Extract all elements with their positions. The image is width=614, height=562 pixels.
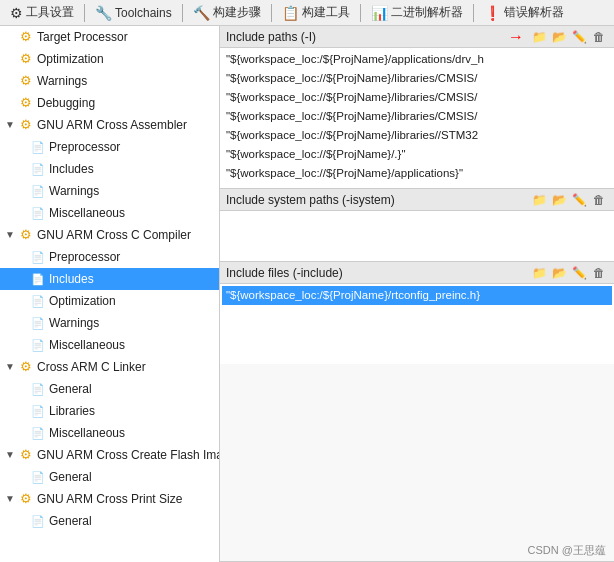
sep-2 — [182, 4, 183, 22]
error-parser-icon: ❗ — [484, 5, 501, 21]
add-sys-workspace-button[interactable]: 📂 — [550, 191, 568, 209]
gear-icon: ⚙ — [18, 95, 34, 111]
include-system-icons: 📁 📂 ✏️ 🗑 — [530, 191, 608, 209]
tree-label: Miscellaneous — [49, 204, 125, 222]
toolbar-toolchains-label: Toolchains — [115, 6, 172, 20]
tree-item-flash[interactable]: ▼ ⚙ GNU ARM Cross Create Flash Image — [0, 444, 219, 466]
toolbar-build-tools[interactable]: 📋 构建工具 — [276, 2, 356, 23]
tree-label: Libraries — [49, 402, 95, 420]
tree-item-asm-warnings[interactable]: 📄 Warnings — [0, 180, 219, 202]
tree-item-asm-preprocessor[interactable]: 📄 Preprocessor — [0, 136, 219, 158]
tree-item-c-misc[interactable]: 📄 Miscellaneous — [0, 334, 219, 356]
toolbar-tools[interactable]: ⚙ 工具设置 — [4, 2, 80, 23]
binary-parser-icon: 📊 — [371, 5, 388, 21]
expand-spacer — [16, 383, 28, 395]
toolbar-binary-parser[interactable]: 📊 二进制解析器 — [365, 2, 469, 23]
edit-sys-button[interactable]: ✏️ — [570, 191, 588, 209]
toolbar: ⚙ 工具设置 🔧 Toolchains 🔨 构建步骤 📋 构建工具 📊 二进制解… — [0, 0, 614, 26]
tree-item-asm-includes[interactable]: 📄 Includes — [0, 158, 219, 180]
collapse-icon: ▼ — [4, 361, 16, 373]
path-item-0[interactable]: "${workspace_loc:/${ProjName}/applicatio… — [222, 50, 612, 69]
delete-sys-button[interactable]: 🗑 — [590, 191, 608, 209]
add-sys-button[interactable]: 📁 — [530, 191, 548, 209]
sub-icon: 📄 — [30, 403, 46, 419]
path-item-2[interactable]: "${workspace_loc://${ProjName}/libraries… — [222, 88, 612, 107]
toolbar-build-steps[interactable]: 🔨 构建步骤 — [187, 2, 267, 23]
sub-icon: 📄 — [30, 271, 46, 287]
tree-item-gnu-asm[interactable]: ▼ ⚙ GNU ARM Cross Assembler — [0, 114, 219, 136]
tools-icon: ⚙ — [10, 5, 23, 21]
tree-item-linker-libraries[interactable]: 📄 Libraries — [0, 400, 219, 422]
tree-label: Cross ARM C Linker — [37, 358, 146, 376]
expand-spacer — [16, 295, 28, 307]
sub-icon: 📄 — [30, 205, 46, 221]
add-workspace-button[interactable]: 📂 — [550, 28, 568, 46]
toolbar-toolchains[interactable]: 🔧 Toolchains — [89, 3, 178, 23]
tree-label: Optimization — [49, 292, 116, 310]
path-item-3[interactable]: "${workspace_loc://${ProjName}/libraries… — [222, 107, 612, 126]
tree-item-flash-general[interactable]: 📄 General — [0, 466, 219, 488]
tree-item-asm-misc[interactable]: 📄 Miscellaneous — [0, 202, 219, 224]
include-files-section: Include files (-include) 📁 📂 ✏️ 🗑 "${wor… — [220, 262, 614, 562]
expand-spacer — [16, 163, 28, 175]
sub-icon: 📄 — [30, 513, 46, 529]
tree-label: GNU ARM Cross C Compiler — [37, 226, 191, 244]
tree-label: Preprocessor — [49, 248, 120, 266]
sub-icon: 📄 — [30, 425, 46, 441]
sub-icon: 📄 — [30, 315, 46, 331]
tree-item-target-processor[interactable]: ⚙ Target Processor — [0, 26, 219, 48]
right-panel: Include paths (-I) → 📁 📂 ✏️ 🗑 "${workspa… — [220, 26, 614, 562]
expand-spacer — [16, 251, 28, 263]
delete-file-button[interactable]: 🗑 — [590, 264, 608, 282]
path-item-7[interactable]: "${workspace_loc://${ProjName}//}" — [222, 183, 612, 188]
path-item-1[interactable]: "${workspace_loc://${ProjName}/libraries… — [222, 69, 612, 88]
include-files-icons: 📁 📂 ✏️ 🗑 — [530, 264, 608, 282]
add-path-button[interactable]: 📁 — [530, 28, 548, 46]
tree-item-print-general[interactable]: 📄 General — [0, 510, 219, 532]
edit-file-button[interactable]: ✏️ — [570, 264, 588, 282]
delete-path-button[interactable]: 🗑 — [590, 28, 608, 46]
tree-item-c-optimization[interactable]: 📄 Optimization — [0, 290, 219, 312]
sep-3 — [271, 4, 272, 22]
tree-item-c-includes[interactable]: 📄 Includes — [0, 268, 219, 290]
build-steps-icon: 🔨 — [193, 5, 210, 21]
collapse-icon: ▼ — [4, 119, 16, 131]
include-files-content: "${workspace_loc:/${ProjName}/rtconfig_p… — [220, 284, 614, 364]
tree-item-warnings[interactable]: ⚙ Warnings — [0, 70, 219, 92]
main-container: ⚙ Target Processor ⚙ Optimization ⚙ Warn… — [0, 26, 614, 562]
tree-item-gnu-c[interactable]: ▼ ⚙ GNU ARM Cross C Compiler — [0, 224, 219, 246]
toolbar-error-parser[interactable]: ❗ 错误解析器 — [478, 2, 570, 23]
sep-5 — [473, 4, 474, 22]
path-item-6[interactable]: "${workspace_loc://${ProjName}/applicati… — [222, 164, 612, 183]
path-item-4[interactable]: "${workspace_loc://${ProjName}/libraries… — [222, 126, 612, 145]
tree-label: General — [49, 512, 92, 530]
edit-path-button[interactable]: ✏️ — [570, 28, 588, 46]
path-item-5[interactable]: "${workspace_loc://${ProjName}/.}" — [222, 145, 612, 164]
expand-spacer — [16, 273, 28, 285]
expand-spacer — [16, 471, 28, 483]
sub-icon: 📄 — [30, 183, 46, 199]
tree-label: Warnings — [37, 72, 87, 90]
expand-spacer — [4, 31, 16, 43]
tree-item-linker[interactable]: ▼ ⚙ Cross ARM C Linker — [0, 356, 219, 378]
tree-item-print-size[interactable]: ▼ ⚙ GNU ARM Cross Print Size — [0, 488, 219, 510]
toolbar-error-parser-label: 错误解析器 — [504, 4, 564, 21]
tree-label: General — [49, 380, 92, 398]
tree-item-linker-general[interactable]: 📄 General — [0, 378, 219, 400]
file-item-0[interactable]: "${workspace_loc:/${ProjName}/rtconfig_p… — [222, 286, 612, 305]
red-arrow-icon: → — [508, 28, 524, 46]
gear-icon: ⚙ — [18, 117, 34, 133]
include-system-content — [220, 211, 614, 261]
tree-item-c-warnings[interactable]: 📄 Warnings — [0, 312, 219, 334]
tree-item-optimization[interactable]: ⚙ Optimization — [0, 48, 219, 70]
tree-item-debugging[interactable]: ⚙ Debugging — [0, 92, 219, 114]
add-file-button[interactable]: 📁 — [530, 264, 548, 282]
expand-spacer — [16, 339, 28, 351]
tree-item-linker-misc[interactable]: 📄 Miscellaneous — [0, 422, 219, 444]
tree-label: Miscellaneous — [49, 424, 125, 442]
tree-item-c-preprocessor[interactable]: 📄 Preprocessor — [0, 246, 219, 268]
expand-spacer — [4, 97, 16, 109]
add-file-workspace-button[interactable]: 📂 — [550, 264, 568, 282]
collapse-icon: ▼ — [4, 493, 16, 505]
tree-label: Optimization — [37, 50, 104, 68]
